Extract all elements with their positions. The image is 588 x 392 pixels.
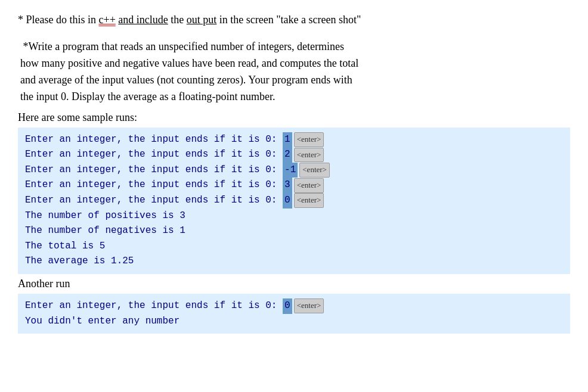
run1-input-5: 0 [283,193,292,209]
run1-input-2: 2 [283,147,292,163]
run1-prompt-5: Enter an integer, the input ends if it i… [25,193,283,209]
run1-line-4: Enter an integer, the input ends if it i… [25,178,563,193]
run1-line-1: Enter an integer, the input ends if it i… [25,132,563,148]
run2-block: Enter an integer, the input ends if it i… [18,294,570,334]
run1-input-4: 3 [283,178,292,193]
run1-input-3: -1 [283,163,298,178]
another-run-label: Another run [18,278,570,290]
run2-prompt-1: Enter an integer, the input ends if it i… [25,298,283,314]
run1-enter-3: <enter> [299,163,330,178]
run1-output-1: The number of positives is 3 [25,209,563,224]
run1-prompt-3: Enter an integer, the input ends if it i… [25,163,283,178]
out-put-text: out put [187,14,217,26]
run2-input-1: 0 [283,298,292,314]
run1-prompt-2: Enter an integer, the input ends if it i… [25,147,283,163]
run2-output-1: You didn't enter any number [25,314,563,329]
run2-enter-1: <enter> [294,298,324,313]
run1-line-3: Enter an integer, the input ends if it i… [25,163,563,178]
run1-prompt-1: Enter an integer, the input ends if it i… [25,132,283,148]
run1-enter-4: <enter> [294,178,324,193]
run2-line-1: Enter an integer, the input ends if it i… [25,298,563,314]
run1-input-1: 1 [283,132,292,148]
header-line: * Please do this in c++ and include the … [18,12,570,28]
and-include-text: and include [118,14,168,26]
run1-enter-1: <enter> [294,132,324,147]
run1-output-2: The number of negatives is 1 [25,223,563,239]
cpp-text: c++ [99,14,116,26]
run1-output-3: The total is 5 [25,239,563,254]
run1-line-2: Enter an integer, the input ends if it i… [25,147,563,163]
run1-enter-2: <enter> [294,148,324,163]
run1-line-5: Enter an integer, the input ends if it i… [25,193,563,209]
run1-output-4: The average is 1.25 [25,254,563,269]
sample-runs-label: Here are some sample runs: [18,111,570,124]
run1-prompt-4: Enter an integer, the input ends if it i… [25,178,283,193]
run1-enter-5: <enter> [294,193,324,208]
problem-description: *Write a program that reads an unspecifi… [18,39,570,105]
run1-block: Enter an integer, the input ends if it i… [18,127,570,274]
